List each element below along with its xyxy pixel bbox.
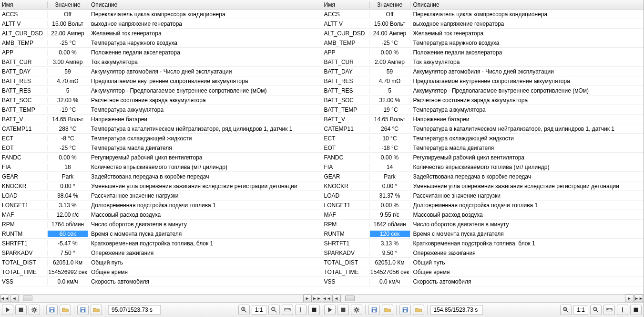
settings-button[interactable] (351, 305, 362, 315)
table-row[interactable]: MAF9.55 г/сМассовый расход воздуха (322, 210, 644, 220)
open-button[interactable] (382, 305, 393, 315)
header-name[interactable]: Имя (322, 1, 370, 8)
table-row[interactable]: BATT_SOC32.00 %Расчетное состояние заряд… (322, 95, 644, 105)
scroll-left-icon[interactable]: ◄ (10, 295, 19, 302)
table-row[interactable]: TOTAL_TIME154527056 секОбщее время (322, 267, 644, 277)
table-row[interactable]: TOTAL_DIST62051.0 КмОбщий путь (0, 258, 322, 267)
table-row[interactable]: TOTAL_DIST62051.0 КмОбщий путь (322, 258, 644, 267)
table-row[interactable]: SHRTFT1-5.47 %Кратковременная подстройка… (0, 239, 322, 248)
scroll-thumb[interactable] (345, 296, 355, 301)
save-button[interactable] (368, 305, 380, 315)
table-row[interactable]: ALTT V15.00 Вольтвыходное напряжение ген… (322, 19, 644, 29)
table-row[interactable]: SPARKADV9.50 °Опережение зажигания (322, 248, 644, 258)
zoom-out-button[interactable] (590, 305, 602, 315)
table-row[interactable]: RUNTM120 секВремя с момента пуска двигат… (322, 229, 644, 239)
stop-button[interactable] (15, 305, 27, 315)
zoom-in-button[interactable] (238, 305, 250, 315)
table-row[interactable]: RPM1642 об/минЧисло оборотов двигателя в… (322, 220, 644, 229)
table-row[interactable]: KNOCKR0.00 °Уменьшение угла опережения з… (322, 181, 644, 191)
horizontal-scrollbar[interactable]: ◄◄◄►►► (0, 294, 322, 303)
table-row[interactable]: TOTAL_TIME154526992 секОбщее время (0, 267, 322, 277)
save-button-2[interactable] (77, 305, 89, 315)
save-button[interactable] (46, 305, 58, 315)
scroll-right-icon[interactable]: ► (303, 295, 312, 302)
ruler-button[interactable] (282, 305, 293, 315)
table-row[interactable]: ACCSOffПереключатель цикла компрессора к… (0, 10, 322, 19)
table-row[interactable]: BATT_V14.65 ВольтНапряжение батареи (0, 115, 322, 124)
table-row[interactable]: LOAD38.04 %Рассчитанное значение нагрузк… (0, 191, 322, 201)
table-row[interactable]: BATT_CUR3.00 АмперТок аккумулятора (0, 57, 322, 67)
scroll-track[interactable] (342, 295, 624, 302)
scroll-first-icon[interactable]: ◄◄ (0, 295, 9, 302)
table-row[interactable]: VSS0.0 км/чСкорость автомобиля (0, 277, 322, 286)
play-button[interactable] (324, 305, 336, 315)
scroll-last-icon[interactable]: ►► (634, 295, 643, 302)
table-row[interactable]: GEARParkЗадействована передача в коробке… (0, 172, 322, 181)
table-row[interactable]: AMB_TEMP-25 °CТемпература наружного возд… (322, 38, 644, 48)
scroll-left-icon[interactable]: ◄ (332, 295, 341, 302)
table-row[interactable]: BATT_DAY59Аккумулятор автомобиля - Число… (0, 67, 322, 76)
header-name[interactable]: Имя (0, 1, 48, 8)
stop-square-button[interactable] (308, 305, 320, 315)
scroll-thumb[interactable] (23, 296, 32, 301)
table-row[interactable]: LONGFT10.00 %Долговременная подстройка п… (322, 201, 644, 210)
table-row[interactable]: APP0.00 %Положение педали акселератора (322, 48, 644, 57)
table-row[interactable]: AMB_TEMP-25 °CТемпература наружного возд… (0, 38, 322, 48)
table-row[interactable]: BATT_TEMP-19 °CТемпература аккумулятора (322, 105, 644, 115)
scroll-last-icon[interactable]: ►► (313, 295, 321, 302)
table-row[interactable]: ALT_CUR_DSD24.00 АмперЖелаемый ток генер… (322, 29, 644, 38)
table-row[interactable]: GEARParkЗадействована передача в коробке… (322, 172, 644, 181)
table-row[interactable]: ECT-8 °CТемпература охлаждающей жидкости (0, 134, 322, 143)
table-row[interactable]: BATT_RES4.70 mΩПредполагаемое внутреннее… (0, 76, 322, 86)
table-row[interactable]: FIA18Количество впрыскиваемого топлива (… (0, 162, 322, 172)
header-value[interactable]: Значение (48, 1, 88, 8)
header-value[interactable]: Значение (370, 1, 410, 8)
open-button-2[interactable] (91, 305, 102, 315)
table-row[interactable]: BATT_RES5Аккумулятор - Предполагаемое вн… (0, 86, 322, 95)
scroll-right-icon[interactable]: ► (625, 295, 634, 302)
scroll-track[interactable] (20, 295, 302, 302)
table-row[interactable]: BATT_RES5Аккумулятор - Предполагаемое вн… (322, 86, 644, 95)
table-row[interactable]: BATT_V14.65 ВольтНапряжение батареи (322, 115, 644, 124)
ruler-button[interactable] (603, 305, 615, 315)
table-row[interactable]: LONGFT13.13 %Долговременная подстройка п… (0, 201, 322, 210)
open-button-2[interactable] (413, 305, 424, 315)
table-row[interactable]: ALT_CUR_DSD22.00 АмперЖелаемый ток генер… (0, 29, 322, 38)
table-row[interactable]: RPM1764 об/минЧисло оборотов двигателя в… (0, 220, 322, 229)
table-row[interactable]: FIA14Количество впрыскиваемого топлива (… (322, 162, 644, 172)
save-button-2[interactable] (399, 305, 411, 315)
table-row[interactable]: ACCSOffПереключатель цикла компрессора к… (322, 10, 644, 19)
table-row[interactable]: SPARKADV7.50 °Опережение зажигания (0, 248, 322, 258)
stop-button[interactable] (337, 305, 349, 315)
table-row[interactable]: EOT-18 °CТемпература масла двигателя (322, 143, 644, 153)
play-button[interactable] (2, 305, 13, 315)
open-button[interactable] (60, 305, 71, 315)
table-row[interactable]: BATT_SOC32.00 %Расчетное состояние заряд… (0, 95, 322, 105)
table-row[interactable]: BATT_DAY59Аккумулятор автомобиля - Число… (322, 67, 644, 76)
stop-square-button[interactable] (630, 305, 642, 315)
zoom-in-button[interactable] (560, 305, 572, 315)
table-row[interactable]: MAF12.00 г/сМассовый расход воздуха (0, 210, 322, 220)
zoom-out-button[interactable] (268, 305, 280, 315)
marker-button[interactable] (617, 305, 628, 315)
table-row[interactable]: RUNTM60 секВремя с момента пуска двигате… (0, 229, 322, 239)
table-row[interactable]: KNOCKR0.00 °Уменьшение угла опережения з… (0, 181, 322, 191)
table-row[interactable]: ECT10 °CТемпература охлаждающей жидкости (322, 134, 644, 143)
table-row[interactable]: CATEMP11264 °CТемпература в каталитическ… (322, 124, 644, 134)
table-row[interactable]: ALTT V15.00 Вольтвыходное напряжение ген… (0, 19, 322, 29)
table-row[interactable]: EOT-25 °CТемпература масла двигателя (0, 143, 322, 153)
table-row[interactable]: VSS0.0 км/чСкорость автомобиля (322, 277, 644, 286)
header-desc[interactable]: Описание (410, 1, 644, 8)
table-row[interactable]: FANDC0.00 %Регулируемый рабочий цикл вен… (322, 153, 644, 162)
marker-button[interactable] (295, 305, 307, 315)
scroll-first-icon[interactable]: ◄◄ (323, 295, 331, 302)
header-desc[interactable]: Описание (88, 1, 322, 8)
table-row[interactable]: FANDC0.00 %Регулируемый рабочий цикл вен… (0, 153, 322, 162)
settings-button[interactable] (29, 305, 40, 315)
table-row[interactable]: CATEMP11288 °CТемпература в каталитическ… (0, 124, 322, 134)
table-row[interactable]: LOAD31.37 %Рассчитанное значение нагрузк… (322, 191, 644, 201)
horizontal-scrollbar[interactable]: ◄◄◄►►► (322, 294, 644, 303)
table-row[interactable]: BATT_CUR2.00 АмперТок аккумулятора (322, 57, 644, 67)
table-row[interactable]: BATT_RES4.70 mΩПредполагаемое внутреннее… (322, 76, 644, 86)
table-row[interactable]: BATT_TEMP-19 °CТемпература аккумулятора (0, 105, 322, 115)
